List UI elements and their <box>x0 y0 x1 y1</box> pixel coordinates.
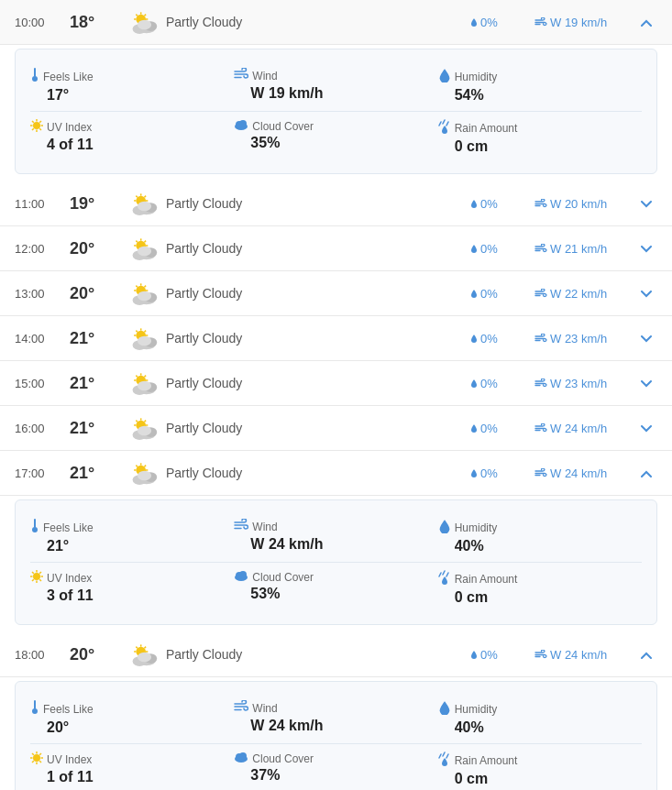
cloud-cover-item: Cloud Cover 35% <box>234 119 437 155</box>
weather-icon <box>120 325 166 351</box>
wind-speed: W 22 km/h <box>534 287 635 301</box>
chevron-down-icon[interactable] <box>635 241 657 256</box>
svg-point-107 <box>138 426 151 436</box>
hour-row[interactable]: 15:00 21° Partly Cloudy 0% W 23 km/h <box>0 361 672 406</box>
rain-amount-item: Rain Amount 0 cm <box>438 570 642 606</box>
weather-icon <box>120 642 166 667</box>
rain-amount-value: 0 cm <box>438 771 642 787</box>
wind-item: Wind W 24 km/h <box>234 519 437 554</box>
svg-point-136 <box>239 571 247 578</box>
svg-line-161 <box>32 753 34 755</box>
wind-icon <box>534 422 547 435</box>
hour-row[interactable]: 17:00 21° Partly Cloudy 0% W 24 km/h <box>0 451 672 496</box>
humidity-label: Humidity <box>438 68 642 85</box>
hour-row[interactable]: 18:00 20° Partly Cloudy 0% W 24 km/h <box>0 632 672 677</box>
feels-like-value: 17° <box>30 87 234 104</box>
chevron-up-icon[interactable] <box>635 647 657 662</box>
feels-like-value: 20° <box>30 719 234 736</box>
svg-point-42 <box>138 202 151 212</box>
wind-detail-label: Wind <box>234 68 437 83</box>
precipitation: 0% <box>470 16 534 29</box>
cloud-cover-value: 37% <box>234 767 437 784</box>
details-row-top: Feels Like 21° Wind W 24 km/h <box>30 511 642 562</box>
hour-row[interactable]: 13:00 20° Partly Cloudy 0% W 22 km/h <box>0 271 672 316</box>
svg-line-133 <box>32 579 34 581</box>
svg-line-7 <box>145 15 147 16</box>
wind-detail-icon <box>234 519 248 534</box>
chevron-down-icon[interactable] <box>635 196 657 211</box>
svg-line-116 <box>145 466 147 467</box>
hour-row[interactable]: 10:00 18° Partly Cloudy 0% W 19 km/h <box>0 0 672 45</box>
condition-label: Partly Cloudy <box>166 196 470 211</box>
svg-line-145 <box>136 647 138 649</box>
svg-line-139 <box>446 573 448 576</box>
svg-line-62 <box>136 286 138 288</box>
precipitation: 0% <box>470 648 534 662</box>
weather-icon <box>120 191 166 216</box>
svg-line-51 <box>145 241 147 243</box>
svg-line-162 <box>39 761 41 763</box>
svg-line-28 <box>439 122 441 126</box>
hour-row[interactable]: 12:00 20° Partly Cloudy 0% W 21 km/h <box>0 226 672 271</box>
wind-icon <box>534 197 547 211</box>
details-panel: Feels Like 21° Wind W 24 km/h <box>15 499 657 625</box>
svg-line-88 <box>136 376 138 378</box>
rain-amount-icon <box>438 752 451 769</box>
svg-line-114 <box>136 466 138 467</box>
wind-icon <box>534 242 547 256</box>
precipitation: 0% <box>470 242 534 256</box>
time-label: 15:00 <box>15 377 70 390</box>
chevron-down-icon[interactable] <box>635 376 657 390</box>
wind-speed: W 24 km/h <box>534 422 635 435</box>
time-label: 16:00 <box>15 422 70 435</box>
hour-row[interactable]: 11:00 19° Partly Cloudy 0% W 20 km/h <box>0 181 672 226</box>
wind-icon <box>534 377 547 390</box>
precip-icon <box>470 422 478 435</box>
humidity-icon <box>438 519 451 536</box>
svg-point-27 <box>239 120 247 127</box>
svg-line-5 <box>136 15 138 16</box>
feels-like-item: Feels Like 20° <box>30 700 234 736</box>
uv-index-label: UV Index <box>30 570 234 586</box>
temperature: 20° <box>70 239 120 258</box>
feels-like-item: Feels Like 21° <box>30 519 234 554</box>
time-label: 14:00 <box>15 332 70 346</box>
chevron-down-icon[interactable] <box>635 331 657 346</box>
cloud-icon <box>234 119 248 133</box>
details-panel: Feels Like 20° Wind W 24 km/h <box>15 681 657 790</box>
wind-detail-icon <box>234 700 248 716</box>
svg-point-123 <box>32 527 38 532</box>
rain-amount-item: Rain Amount 0 cm <box>438 119 642 155</box>
details-row-top: Feels Like 17° Wind W 19 km/h <box>30 60 642 111</box>
feels-like-value: 21° <box>30 538 234 554</box>
humidity-label: Humidity <box>438 519 642 536</box>
svg-line-24 <box>32 128 34 130</box>
precipitation: 0% <box>470 422 534 435</box>
svg-rect-122 <box>34 519 36 528</box>
condition-label: Partly Cloudy <box>166 331 470 346</box>
time-label: 13:00 <box>15 287 70 301</box>
weather-icon <box>120 236 166 261</box>
chevron-down-icon[interactable] <box>635 421 657 435</box>
humidity-value: 40% <box>438 538 642 554</box>
wind-speed: W 20 km/h <box>534 197 635 211</box>
precip-icon <box>470 16 478 29</box>
rain-amount-value: 0 cm <box>438 589 642 606</box>
condition-label: Partly Cloudy <box>166 421 470 435</box>
chevron-down-icon[interactable] <box>635 286 657 301</box>
svg-line-164 <box>32 761 34 763</box>
chevron-up-icon[interactable] <box>635 15 657 29</box>
weather-icon <box>120 9 166 35</box>
humidity-item: Humidity 40% <box>438 519 642 554</box>
svg-line-36 <box>136 196 138 198</box>
hour-row[interactable]: 14:00 21° Partly Cloudy 0% W 23 km/h <box>0 316 672 361</box>
precip-icon <box>470 377 478 390</box>
precip-icon <box>470 648 478 662</box>
wind-detail-icon <box>234 68 248 83</box>
svg-point-14 <box>32 76 38 82</box>
time-label: 11:00 <box>15 197 70 211</box>
svg-line-147 <box>145 647 147 649</box>
humidity-icon <box>438 700 451 718</box>
chevron-up-icon[interactable] <box>635 466 657 480</box>
hour-row[interactable]: 16:00 21° Partly Cloudy 0% W 24 km/h <box>0 406 672 451</box>
